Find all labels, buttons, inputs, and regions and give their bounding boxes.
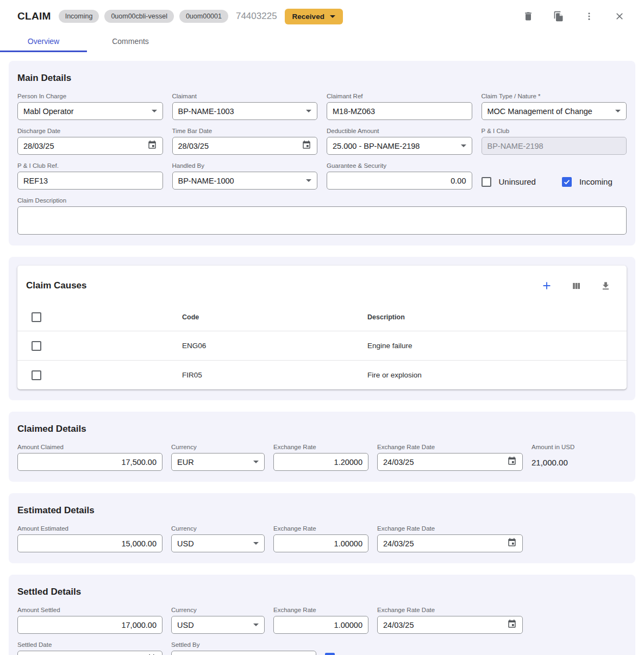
amount-settled-input[interactable] [23,621,157,629]
cause-description: Engine failure [367,342,627,350]
checkbox-checked-icon [325,653,335,655]
paid-by-club-checkbox[interactable]: Paid by Club [325,641,389,655]
column-settings-button[interactable] [567,276,585,295]
field-claimant-ref: Claimant Ref [327,92,472,120]
claimant-ref-input[interactable] [333,107,466,116]
exchange-rate-date-label: Exchange Rate Date [377,606,523,614]
field-claim-type: Claim Type / Nature * MOC Management of … [482,92,627,120]
time-bar-date-input[interactable] [178,142,299,150]
exchange-rate-label: Exchange Rate [273,525,368,532]
status-dropdown-button[interactable]: Received [285,9,343,24]
guarantee-security-input[interactable] [333,177,466,185]
amount-claimed-label: Amount Claimed [17,443,162,451]
calendar-icon[interactable] [302,140,311,152]
incoming-checkbox[interactable]: Incoming [562,177,612,187]
claim-description-input[interactable] [18,207,626,234]
claim-description-label: Claim Description [17,197,627,204]
more-menu-button[interactable] [580,7,598,26]
claimed-details-title: Claimed Details [17,424,627,434]
field-claimed-exchange-rate: Exchange Rate [273,443,368,471]
time-bar-date-label: Time Bar Date [172,127,318,135]
table-row[interactable]: FIR05 Fire or explosion [17,360,627,389]
calendar-icon[interactable] [147,140,157,152]
close-button[interactable] [610,7,629,26]
add-claim-cause-button[interactable] [537,276,556,295]
field-discharge-date: Discharge Date [17,127,163,155]
person-in-charge-select[interactable]: Mabl Operator [17,102,163,120]
chevron-down-icon [461,144,466,147]
settled-by-select[interactable]: DATALOY [171,651,316,655]
calendar-icon[interactable] [507,456,517,468]
field-amount-settled: Amount Settled [17,606,162,634]
guarantee-security-label: Guarantee & Security [327,162,472,169]
field-deductible-amount: Deductible Amount 25.000 - BP-NAME-2198 [327,127,472,155]
field-settled-currency: Currency USD [171,606,265,634]
estimated-exchange-rate-date-input[interactable] [383,539,504,548]
claim-causes-section: Claim Causes [9,257,635,400]
handled-by-select[interactable]: BP-NAME-1000 [172,172,318,190]
claim-type-select[interactable]: MOC Management of Change [482,102,627,120]
chevron-down-icon [306,110,311,112]
deductible-amount-select[interactable]: 25.000 - BP-NAME-2198 [327,137,472,155]
settled-currency-select[interactable]: USD [171,616,265,634]
currency-label: Currency [171,525,265,532]
field-estimated-exchange-rate: Exchange Rate [273,525,368,552]
exchange-rate-date-label: Exchange Rate Date [377,443,523,451]
estimated-currency-select[interactable]: USD [171,534,265,552]
tab-comments[interactable]: Comments [87,32,174,52]
field-pandi-club-ref: P & I Club Ref. [17,162,163,190]
estimated-details-section: Estimated Details Amount Estimated Curre… [9,493,635,563]
duplicate-button[interactable] [549,7,568,26]
select-all-checkbox[interactable] [32,312,41,322]
field-settled-exchange-rate: Exchange Rate [273,606,368,634]
delete-button[interactable] [519,7,537,26]
uninsured-checkbox[interactable]: Uninsured [482,177,536,187]
claim-type-label: Claim Type / Nature * [482,92,627,100]
chevron-down-icon [306,179,311,182]
calendar-icon[interactable] [507,538,517,550]
pandi-club-ref-input[interactable] [23,177,157,185]
page-title: CLAIM [17,10,51,22]
field-claimed-currency: Currency EUR [171,443,265,471]
column-header-code: Code [57,313,367,321]
discharge-date-input[interactable] [23,142,144,150]
field-claim-description: Claim Description [17,197,627,235]
estimated-exchange-rate-input[interactable] [279,539,362,548]
claimant-ref-label: Claimant Ref [327,92,472,100]
claimed-details-section: Claimed Details Amount Claimed Currency … [9,412,635,482]
status-label: Received [292,12,324,21]
field-amount-claimed: Amount Claimed [17,443,162,471]
claimed-exchange-rate-input[interactable] [279,458,362,467]
settled-exchange-rate-date-input[interactable] [383,621,504,629]
tab-bar: Overview Comments [0,32,644,52]
amount-claimed-input[interactable] [23,458,157,467]
column-header-description: Description [367,313,627,321]
pandi-club-readonly: BP-NAME-2198 [482,137,627,155]
calendar-icon[interactable] [507,619,517,631]
field-estimated-exchange-rate-date: Exchange Rate Date [377,525,523,552]
row-checkbox[interactable] [32,370,41,380]
claimed-exchange-rate-date-input[interactable] [383,458,504,467]
amount-settled-label: Amount Settled [17,606,162,614]
table-row[interactable]: ENG06 Engine failure [17,331,627,360]
claimed-currency-select[interactable]: EUR [171,453,265,471]
trash-icon [523,11,534,22]
export-download-button[interactable] [596,276,615,295]
field-guarantee-security: Guarantee & Security [327,162,472,190]
person-in-charge-label: Person In Charge [17,92,163,100]
claimant-select[interactable]: BP-NAME-1003 [172,102,318,120]
exchange-rate-date-label: Exchange Rate Date [377,525,523,532]
claimant-label: Claimant [172,92,318,100]
tab-comments-label: Comments [112,37,149,46]
deductible-amount-label: Deductible Amount [327,127,472,135]
field-settled-date: Settled Date [17,641,162,655]
field-pandi-club: P & I Club BP-NAME-2198 [482,127,627,155]
columns-icon [571,281,582,291]
row-checkbox[interactable] [32,341,41,351]
badge-incoming: Incoming [59,10,99,23]
settled-exchange-rate-input[interactable] [279,621,362,629]
main-details-title: Main Details [17,73,627,84]
amount-estimated-input[interactable] [23,539,157,548]
tab-overview[interactable]: Overview [0,32,87,52]
field-time-bar-date: Time Bar Date [172,127,318,155]
